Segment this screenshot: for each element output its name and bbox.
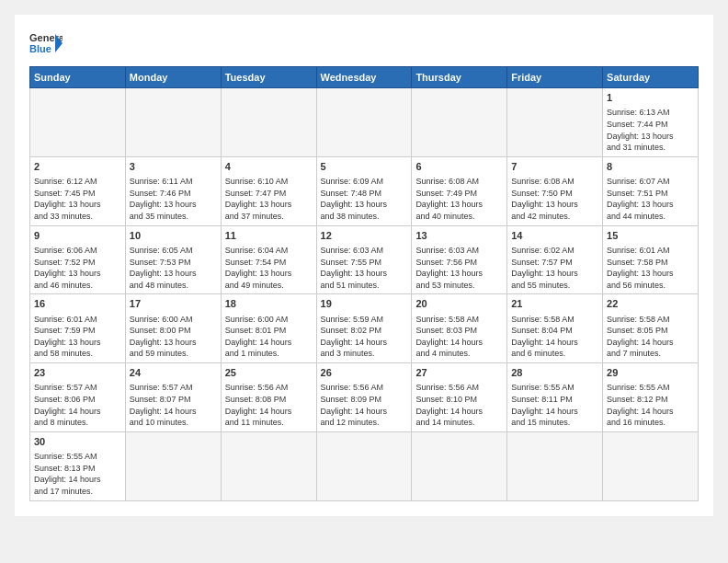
day-info: Sunrise: 6:00 AM Sunset: 8:00 PM Dayligh… — [130, 314, 217, 360]
calendar-cell: 23Sunrise: 5:57 AM Sunset: 8:06 PM Dayli… — [30, 363, 126, 432]
logo: General Blue — [29, 29, 63, 57]
calendar-cell — [412, 88, 507, 157]
day-info: Sunrise: 6:05 AM Sunset: 7:53 PM Dayligh… — [130, 245, 217, 291]
day-number: 16 — [34, 297, 121, 311]
calendar-cell — [221, 431, 316, 500]
day-number: 28 — [511, 366, 598, 380]
header: General Blue — [29, 29, 699, 57]
day-info: Sunrise: 6:08 AM Sunset: 7:49 PM Dayligh… — [415, 176, 503, 222]
day-number: 22 — [607, 297, 694, 311]
day-info: Sunrise: 6:06 AM Sunset: 7:52 PM Dayligh… — [34, 245, 121, 291]
day-info: Sunrise: 6:01 AM Sunset: 7:59 PM Dayligh… — [34, 314, 121, 360]
day-number: 9 — [34, 229, 121, 243]
day-info: Sunrise: 6:09 AM Sunset: 7:48 PM Dayligh… — [321, 176, 408, 222]
calendar-cell: 30Sunrise: 5:55 AM Sunset: 8:13 PM Dayli… — [30, 431, 126, 500]
calendar-cell: 14Sunrise: 6:02 AM Sunset: 7:57 PM Dayli… — [507, 225, 603, 294]
calendar-cell: 15Sunrise: 6:01 AM Sunset: 7:58 PM Dayli… — [603, 225, 699, 294]
column-header-thursday: Thursday — [412, 67, 507, 88]
calendar-cell: 24Sunrise: 5:57 AM Sunset: 8:07 PM Dayli… — [125, 363, 221, 432]
day-info: Sunrise: 5:59 AM Sunset: 8:02 PM Dayligh… — [321, 314, 408, 360]
calendar-cell: 8Sunrise: 6:07 AM Sunset: 7:51 PM Daylig… — [603, 156, 699, 225]
day-info: Sunrise: 6:11 AM Sunset: 7:46 PM Dayligh… — [130, 176, 217, 222]
calendar-cell: 9Sunrise: 6:06 AM Sunset: 7:52 PM Daylig… — [30, 225, 126, 294]
day-number: 6 — [415, 160, 503, 174]
calendar-week-3: 16Sunrise: 6:01 AM Sunset: 7:59 PM Dayli… — [30, 294, 699, 363]
calendar-cell: 29Sunrise: 5:55 AM Sunset: 8:12 PM Dayli… — [603, 363, 699, 432]
calendar-cell — [412, 431, 507, 500]
column-header-friday: Friday — [507, 67, 603, 88]
day-number: 18 — [225, 297, 313, 311]
day-number: 17 — [130, 297, 217, 311]
calendar-week-2: 9Sunrise: 6:06 AM Sunset: 7:52 PM Daylig… — [30, 225, 699, 294]
day-number: 25 — [225, 366, 313, 380]
calendar-cell: 12Sunrise: 6:03 AM Sunset: 7:55 PM Dayli… — [316, 225, 412, 294]
day-info: Sunrise: 6:12 AM Sunset: 7:45 PM Dayligh… — [34, 176, 121, 222]
svg-text:Blue: Blue — [29, 43, 51, 54]
calendar-cell: 1Sunrise: 6:13 AM Sunset: 7:44 PM Daylig… — [603, 88, 699, 157]
logo-icon: General Blue — [29, 29, 63, 57]
column-header-sunday: Sunday — [30, 67, 126, 88]
day-number: 24 — [130, 366, 217, 380]
day-number: 13 — [415, 229, 503, 243]
calendar-cell — [507, 88, 603, 157]
day-info: Sunrise: 6:13 AM Sunset: 7:44 PM Dayligh… — [607, 107, 694, 153]
day-number: 5 — [321, 160, 408, 174]
calendar-week-1: 2Sunrise: 6:12 AM Sunset: 7:45 PM Daylig… — [30, 156, 699, 225]
day-info: Sunrise: 6:10 AM Sunset: 7:47 PM Dayligh… — [225, 176, 313, 222]
calendar-cell — [125, 88, 221, 157]
calendar-cell: 19Sunrise: 5:59 AM Sunset: 8:02 PM Dayli… — [316, 294, 412, 363]
calendar-cell: 11Sunrise: 6:04 AM Sunset: 7:54 PM Dayli… — [221, 225, 316, 294]
calendar-cell: 27Sunrise: 5:56 AM Sunset: 8:10 PM Dayli… — [412, 363, 507, 432]
day-info: Sunrise: 5:57 AM Sunset: 8:07 PM Dayligh… — [130, 382, 217, 428]
calendar-cell: 20Sunrise: 5:58 AM Sunset: 8:03 PM Dayli… — [412, 294, 507, 363]
calendar-week-5: 30Sunrise: 5:55 AM Sunset: 8:13 PM Dayli… — [30, 431, 699, 500]
day-info: Sunrise: 6:04 AM Sunset: 7:54 PM Dayligh… — [225, 245, 313, 291]
day-number: 23 — [34, 366, 121, 380]
day-number: 30 — [34, 435, 121, 449]
calendar-body: 1Sunrise: 6:13 AM Sunset: 7:44 PM Daylig… — [30, 88, 699, 501]
calendar-cell: 26Sunrise: 5:56 AM Sunset: 8:09 PM Dayli… — [316, 363, 412, 432]
day-info: Sunrise: 5:58 AM Sunset: 8:04 PM Dayligh… — [511, 314, 598, 360]
day-number: 10 — [130, 229, 217, 243]
day-number: 21 — [511, 297, 598, 311]
calendar-cell — [221, 88, 316, 157]
day-info: Sunrise: 5:55 AM Sunset: 8:13 PM Dayligh… — [34, 451, 121, 497]
column-header-tuesday: Tuesday — [221, 67, 316, 88]
page: General Blue SundayMondayTuesdayWednesda… — [15, 15, 713, 516]
calendar-cell — [316, 431, 412, 500]
calendar-cell: 2Sunrise: 6:12 AM Sunset: 7:45 PM Daylig… — [30, 156, 126, 225]
day-info: Sunrise: 6:03 AM Sunset: 7:55 PM Dayligh… — [321, 245, 408, 291]
day-info: Sunrise: 6:01 AM Sunset: 7:58 PM Dayligh… — [607, 245, 694, 291]
calendar-week-4: 23Sunrise: 5:57 AM Sunset: 8:06 PM Dayli… — [30, 363, 699, 432]
day-info: Sunrise: 5:57 AM Sunset: 8:06 PM Dayligh… — [34, 382, 121, 428]
day-info: Sunrise: 5:58 AM Sunset: 8:03 PM Dayligh… — [415, 314, 503, 360]
day-number: 4 — [225, 160, 313, 174]
calendar-cell — [603, 431, 699, 500]
calendar-cell — [125, 431, 221, 500]
calendar-cell: 17Sunrise: 6:00 AM Sunset: 8:00 PM Dayli… — [125, 294, 221, 363]
day-info: Sunrise: 6:00 AM Sunset: 8:01 PM Dayligh… — [225, 314, 313, 360]
calendar-week-0: 1Sunrise: 6:13 AM Sunset: 7:44 PM Daylig… — [30, 88, 699, 157]
calendar-cell: 7Sunrise: 6:08 AM Sunset: 7:50 PM Daylig… — [507, 156, 603, 225]
calendar-cell: 16Sunrise: 6:01 AM Sunset: 7:59 PM Dayli… — [30, 294, 126, 363]
column-header-monday: Monday — [125, 67, 221, 88]
day-number: 1 — [607, 91, 694, 105]
day-number: 11 — [225, 229, 313, 243]
day-number: 8 — [607, 160, 694, 174]
day-number: 27 — [415, 366, 503, 380]
header-row: SundayMondayTuesdayWednesdayThursdayFrid… — [30, 67, 699, 88]
calendar-table: SundayMondayTuesdayWednesdayThursdayFrid… — [29, 66, 699, 501]
day-info: Sunrise: 5:55 AM Sunset: 8:11 PM Dayligh… — [511, 382, 598, 428]
calendar-cell: 25Sunrise: 5:56 AM Sunset: 8:08 PM Dayli… — [221, 363, 316, 432]
column-header-saturday: Saturday — [603, 67, 699, 88]
calendar-cell: 10Sunrise: 6:05 AM Sunset: 7:53 PM Dayli… — [125, 225, 221, 294]
day-info: Sunrise: 6:03 AM Sunset: 7:56 PM Dayligh… — [415, 245, 503, 291]
day-info: Sunrise: 6:08 AM Sunset: 7:50 PM Dayligh… — [511, 176, 598, 222]
day-number: 19 — [321, 297, 408, 311]
calendar-cell: 13Sunrise: 6:03 AM Sunset: 7:56 PM Dayli… — [412, 225, 507, 294]
calendar-cell: 6Sunrise: 6:08 AM Sunset: 7:49 PM Daylig… — [412, 156, 507, 225]
day-number: 29 — [607, 366, 694, 380]
day-info: Sunrise: 5:55 AM Sunset: 8:12 PM Dayligh… — [607, 382, 694, 428]
calendar-cell: 5Sunrise: 6:09 AM Sunset: 7:48 PM Daylig… — [316, 156, 412, 225]
calendar-cell: 21Sunrise: 5:58 AM Sunset: 8:04 PM Dayli… — [507, 294, 603, 363]
